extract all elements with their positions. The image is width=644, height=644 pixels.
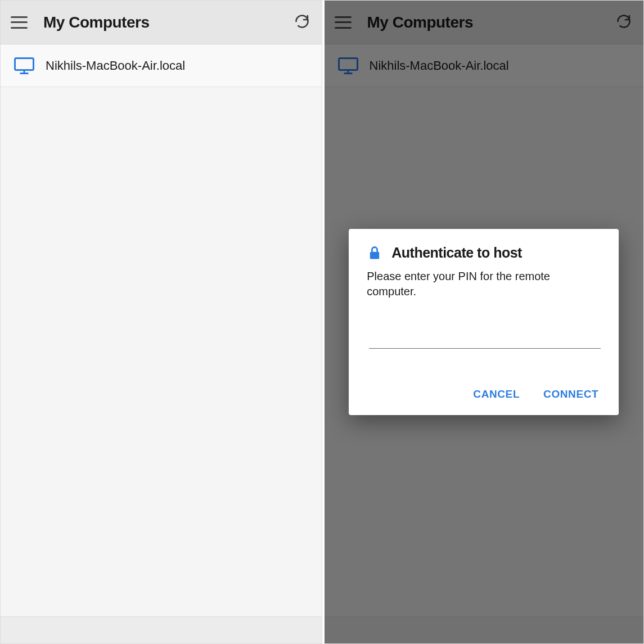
computer-name: Nikhils-MacBook-Air.local — [46, 58, 185, 73]
page-title: My Computers — [43, 13, 292, 31]
connect-button[interactable]: CONNECT — [541, 385, 601, 404]
svg-rect-0 — [15, 58, 34, 70]
left-pane: My Computers Nikhils-MacBo — [0, 0, 322, 644]
svg-rect-6 — [370, 251, 379, 259]
bottom-bar — [1, 616, 322, 643]
modal-overlay[interactable]: Authenticate to host Please enter your P… — [325, 1, 644, 643]
empty-area — [1, 87, 322, 643]
dialog-actions: CANCEL CONNECT — [367, 385, 601, 404]
split-container: My Computers Nikhils-MacBo — [0, 0, 644, 644]
refresh-button[interactable] — [292, 13, 312, 32]
pin-input[interactable] — [369, 326, 601, 349]
dialog-header: Authenticate to host — [367, 245, 601, 261]
lock-icon — [367, 245, 382, 261]
cancel-button[interactable]: CANCEL — [471, 385, 522, 404]
computer-list-item[interactable]: Nikhils-MacBook-Air.local — [1, 44, 322, 87]
menu-icon[interactable] — [11, 16, 28, 29]
dialog-title: Authenticate to host — [391, 245, 522, 261]
app-toolbar: My Computers — [1, 1, 322, 44]
refresh-icon — [294, 13, 310, 31]
monitor-icon — [14, 57, 34, 74]
right-pane: My Computers Nikhils-MacBook-Air.local — [322, 0, 645, 644]
auth-dialog: Authenticate to host Please enter your P… — [349, 229, 619, 415]
dialog-message: Please enter your PIN for the remote com… — [367, 269, 601, 299]
